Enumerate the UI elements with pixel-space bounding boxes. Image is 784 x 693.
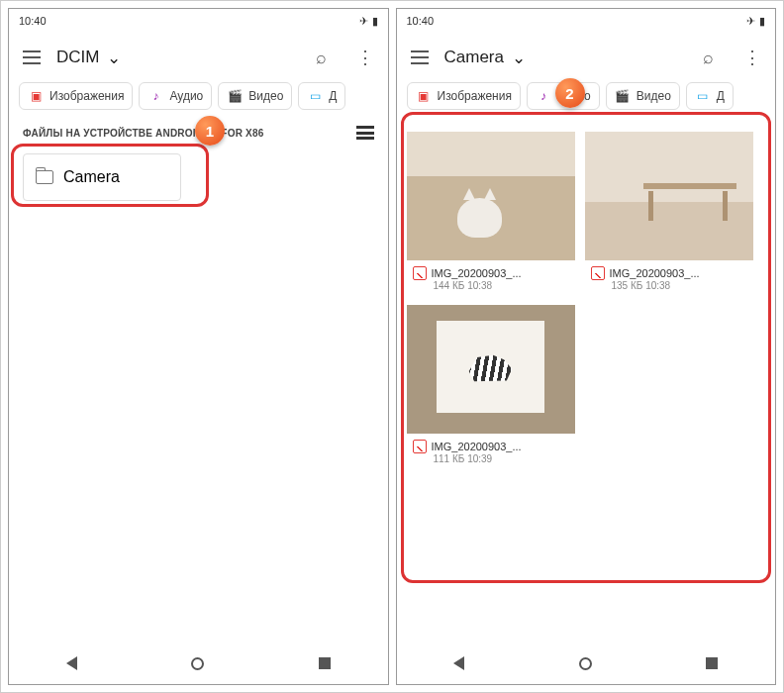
video-icon: 🎬 <box>615 88 631 104</box>
title-dropdown[interactable]: DCIM ⌄ <box>56 48 300 68</box>
filter-chips: ▣Изображения ♪Аудио 🎬Видео ▭Д <box>397 82 776 118</box>
image-item[interactable]: IMG_20200903_... 144 КБ 10:38 <box>407 132 575 295</box>
search-icon[interactable]: ⌕ <box>316 48 327 68</box>
airplane-icon: ✈ <box>746 15 755 28</box>
phone-right: 10:40 ✈ ▮ Camera ⌄ ⌕ ⋮ ▣Изображения ♪Ауд… <box>396 8 777 685</box>
page-title: Camera <box>444 48 504 67</box>
nav-bar <box>397 643 776 684</box>
nav-back[interactable] <box>66 656 77 670</box>
status-bar: 10:40 ✈ ▮ <box>9 9 388 33</box>
folder-label: Camera <box>63 168 120 186</box>
folder-icon <box>36 170 53 184</box>
file-meta: 135 КБ 10:38 <box>591 280 747 291</box>
nav-home[interactable] <box>579 657 592 670</box>
file-name: IMG_20200903_... <box>432 267 569 279</box>
filter-chips: ▣Изображения ♪Аудио 🎬Видео ▭Д <box>9 82 388 118</box>
annotation-badge-1: 1 <box>195 116 225 146</box>
page-title: DCIM <box>56 48 99 67</box>
phone-left: 10:40 ✈ ▮ DCIM ⌄ ⌕ ⋮ ▣Изображения ♪Аудио… <box>8 8 389 685</box>
battery-icon: ▮ <box>372 15 378 28</box>
chip-images[interactable]: ▣Изображения <box>407 82 521 110</box>
nav-recent[interactable] <box>319 657 331 669</box>
chip-docs[interactable]: ▭Д <box>686 82 734 110</box>
view-toggle-icon[interactable] <box>356 126 374 140</box>
chevron-down-icon: ⌄ <box>512 48 526 68</box>
image-icon: ▣ <box>416 88 432 104</box>
status-time: 10:40 <box>19 15 47 27</box>
more-icon[interactable]: ⋮ <box>743 47 761 68</box>
chevron-down-icon: ⌄ <box>107 48 121 68</box>
chip-docs[interactable]: ▭Д <box>298 82 345 110</box>
app-bar: DCIM ⌄ ⌕ ⋮ <box>9 33 388 82</box>
more-icon[interactable]: ⋮ <box>356 47 374 68</box>
title-dropdown[interactable]: Camera ⌄ <box>444 48 688 68</box>
doc-icon: ▭ <box>307 88 323 104</box>
file-meta: 111 КБ 10:39 <box>413 453 569 464</box>
folder-camera[interactable]: Camera <box>23 153 181 201</box>
chip-images[interactable]: ▣Изображения <box>19 82 133 110</box>
nav-home[interactable] <box>191 657 204 670</box>
image-file-icon <box>413 440 427 453</box>
doc-icon: ▭ <box>695 88 711 104</box>
image-grid: IMG_20200903_... 144 КБ 10:38 IMG_202009… <box>407 124 766 468</box>
battery-icon: ▮ <box>759 15 765 28</box>
chip-video[interactable]: 🎬Видео <box>606 82 680 110</box>
chip-audio[interactable]: ♪Аудио <box>139 82 212 110</box>
image-file-icon <box>591 266 605 280</box>
nav-bar <box>9 643 388 684</box>
chip-video[interactable]: 🎬Видео <box>218 82 292 110</box>
video-icon: 🎬 <box>227 88 243 104</box>
image-item[interactable]: IMG_20200903_... 111 КБ 10:39 <box>407 305 575 468</box>
annotation-badge-2: 2 <box>555 78 585 108</box>
audio-icon: ♪ <box>536 88 551 104</box>
search-icon[interactable]: ⌕ <box>703 48 714 68</box>
nav-recent[interactable] <box>706 657 718 669</box>
file-name: IMG_20200903_... <box>610 267 747 279</box>
image-icon: ▣ <box>28 88 44 104</box>
nav-back[interactable] <box>453 656 464 670</box>
audio-icon: ♪ <box>147 88 163 104</box>
status-time: 10:40 <box>407 15 435 27</box>
menu-icon[interactable] <box>411 50 429 64</box>
app-bar: Camera ⌄ ⌕ ⋮ <box>397 33 776 82</box>
image-item[interactable]: IMG_20200903_... 135 КБ 10:38 <box>585 132 753 295</box>
image-file-icon <box>413 266 427 280</box>
menu-icon[interactable] <box>23 50 41 64</box>
airplane-icon: ✈ <box>359 15 368 28</box>
status-bar: 10:40 ✈ ▮ <box>397 9 776 33</box>
file-name: IMG_20200903_... <box>432 441 569 452</box>
section-label: ФАЙЛЫ НА УСТРОЙСТВЕ ANDROID...T FOR X86 <box>23 128 263 139</box>
file-meta: 144 КБ 10:38 <box>413 280 569 291</box>
